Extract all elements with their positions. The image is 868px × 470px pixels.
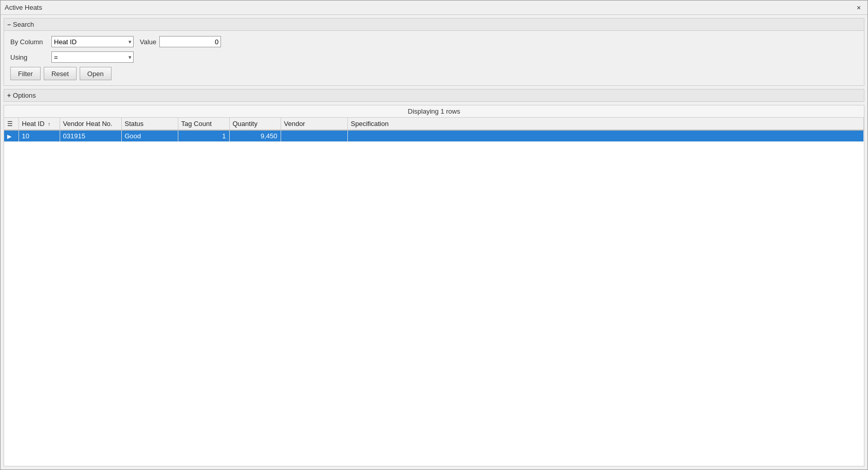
value-label: Value xyxy=(140,38,156,46)
table-icon: ☰ xyxy=(7,120,13,128)
col-header-icon: ☰ xyxy=(4,118,19,130)
by-column-select-wrapper: Heat ID Vendor Heat No. Status Tag Count… xyxy=(51,36,134,47)
cell-vendor xyxy=(281,130,347,142)
options-section-title: Options xyxy=(13,92,36,99)
open-button[interactable]: Open xyxy=(80,67,112,80)
table-wrapper[interactable]: ☰ Heat ID ↑ Vendor Heat No. Status xyxy=(4,118,864,466)
cell-status: Good xyxy=(121,130,178,142)
options-section-header[interactable]: + Options xyxy=(4,89,864,101)
window-body: − Search By Column Heat ID Vendor Heat N… xyxy=(1,15,867,469)
search-toggle-icon: − xyxy=(7,21,11,28)
col-header-quantity[interactable]: Quantity xyxy=(229,118,281,130)
options-section: + Options xyxy=(4,89,864,102)
col-header-heat-id[interactable]: Heat ID ↑ xyxy=(19,118,60,130)
data-table: ☰ Heat ID ↑ Vendor Heat No. Status xyxy=(4,118,864,142)
options-toggle-icon: + xyxy=(7,92,11,99)
search-section: − Search By Column Heat ID Vendor Heat N… xyxy=(4,18,864,86)
window-title: Active Heats xyxy=(5,4,42,11)
table-header-row: ☰ Heat ID ↑ Vendor Heat No. Status xyxy=(4,118,864,130)
using-row: Using = != < > <= >= contains starts wit… xyxy=(10,51,858,63)
row-arrow: ▶ xyxy=(7,133,11,139)
by-column-label: By Column xyxy=(10,38,51,46)
sort-icon: ↑ xyxy=(48,121,50,127)
col-header-specification[interactable]: Specification xyxy=(347,118,864,130)
table-row[interactable]: ▶ 10 031915 Good 1 9,450 xyxy=(4,130,864,142)
search-section-header[interactable]: − Search xyxy=(4,19,864,31)
grid-status: Displaying 1 rows xyxy=(4,105,864,118)
reset-button[interactable]: Reset xyxy=(44,67,77,80)
search-section-body: By Column Heat ID Vendor Heat No. Status… xyxy=(4,31,864,85)
col-header-status[interactable]: Status xyxy=(121,118,178,130)
col-header-vendor[interactable]: Vendor xyxy=(281,118,347,130)
using-select-wrapper: = != < > <= >= contains starts with xyxy=(51,51,134,63)
value-input[interactable] xyxy=(159,36,221,47)
main-window: Active Heats × − Search By Column Heat I… xyxy=(0,0,868,470)
col-header-tag-count[interactable]: Tag Count xyxy=(178,118,229,130)
row-arrow-cell: ▶ xyxy=(4,130,19,142)
using-label: Using xyxy=(10,53,51,61)
using-select[interactable]: = != < > <= >= contains starts with xyxy=(51,51,134,63)
grid-area: Displaying 1 rows ☰ Heat ID ↑ xyxy=(4,105,864,466)
by-column-row: By Column Heat ID Vendor Heat No. Status… xyxy=(10,36,858,47)
cell-vendor-heat-no: 031915 xyxy=(60,130,121,142)
cell-heat-id: 10 xyxy=(19,130,60,142)
cell-quantity: 9,450 xyxy=(229,130,281,142)
by-column-select[interactable]: Heat ID Vendor Heat No. Status Tag Count… xyxy=(51,36,134,47)
cell-specification xyxy=(347,130,864,142)
search-section-title: Search xyxy=(13,21,34,28)
filter-button[interactable]: Filter xyxy=(10,67,41,80)
cell-tag-count: 1 xyxy=(178,130,229,142)
title-bar: Active Heats × xyxy=(1,1,867,15)
col-header-vendor-heat-no[interactable]: Vendor Heat No. xyxy=(60,118,121,130)
action-buttons: Filter Reset Open xyxy=(10,67,858,80)
close-button[interactable]: × xyxy=(854,3,863,12)
